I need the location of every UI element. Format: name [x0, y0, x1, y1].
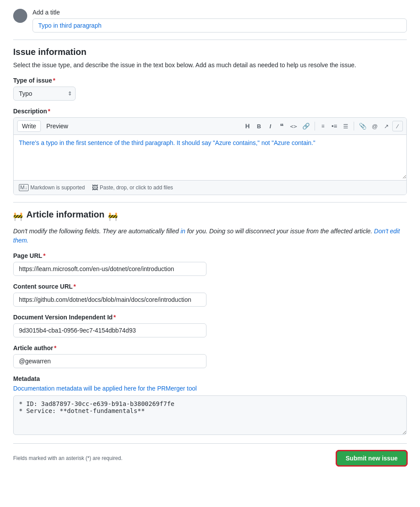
title-input[interactable]: [33, 18, 407, 33]
toolbar-divider-1: [315, 122, 315, 130]
task-list-btn[interactable]: ☰: [340, 121, 351, 131]
description-editor: Write Preview H B I ❝ <> 🔗 ≡ •≡ ☰ 📎 @: [13, 117, 407, 195]
link-btn[interactable]: 🔗: [300, 121, 312, 131]
cross-ref-btn[interactable]: ↗: [381, 121, 391, 131]
unordered-list-btn[interactable]: •≡: [329, 121, 340, 131]
ordered-list-btn[interactable]: ≡: [318, 121, 328, 131]
file-drop-note[interactable]: 🖼 Paste, drop, or click to add files: [92, 184, 173, 191]
italic-btn[interactable]: I: [265, 121, 275, 131]
article-section-heading: Article information: [26, 210, 105, 220]
slash-cmd-btn[interactable]: ∕: [392, 121, 403, 131]
section-divider-2: [13, 202, 407, 203]
metadata-help-text: Documentation metadata will be applied h…: [13, 385, 407, 392]
editor-toolbar: Write Preview H B I ❝ <> 🔗 ≡ •≡ ☰ 📎 @: [14, 118, 406, 135]
article-heading-row: 🚧 Article information 🚧: [13, 210, 407, 223]
type-of-issue-field: Type of issue* Typo Inaccuracy Unclear M…: [13, 77, 407, 108]
user-avatar: [13, 9, 27, 23]
description-field: Description* Write Preview H B I ❝ <> 🔗 …: [13, 108, 407, 195]
heading-btn[interactable]: H: [242, 121, 253, 131]
article-warning-text: Don't modify the following fields. They …: [13, 227, 407, 245]
page-url-label: Page URL*: [13, 252, 407, 259]
code-btn[interactable]: <>: [288, 121, 299, 131]
type-select-wrapper: Typo Inaccuracy Unclear Missing content …: [13, 87, 76, 101]
description-label: Description*: [13, 108, 407, 115]
form-footer: Fields marked with an asterisk (*) are r…: [13, 443, 407, 466]
attach-btn[interactable]: 📎: [357, 121, 369, 131]
section-divider-1: [13, 40, 407, 40]
markdown-support-note: M↓ Markdown is supported: [19, 184, 85, 191]
article-author-label: Article author*: [13, 344, 407, 351]
quote-btn[interactable]: ❝: [276, 121, 287, 131]
article-author-input[interactable]: [13, 354, 206, 368]
write-tab[interactable]: Write: [17, 120, 41, 132]
image-icon: 🖼: [92, 184, 98, 191]
stripe-left-icon: 🚧: [13, 212, 23, 221]
content-source-field: Content source URL*: [13, 283, 407, 314]
title-label: Add a title: [33, 9, 407, 16]
editor-footer: M↓ Markdown is supported 🖼 Paste, drop, …: [14, 180, 406, 195]
doc-version-input[interactable]: [13, 323, 206, 337]
metadata-textarea[interactable]: * ID: 3ad87897-30cc-e639-b91a-b3800269f7…: [13, 395, 407, 435]
type-select[interactable]: Typo Inaccuracy Unclear Missing content …: [13, 87, 76, 101]
metadata-label: Metadata: [13, 375, 407, 382]
mention-btn[interactable]: @: [369, 121, 380, 131]
required-note: Fields marked with an asterisk (*) are r…: [13, 455, 123, 461]
article-information-section: 🚧 Article information 🚧 Don't modify the…: [13, 210, 407, 436]
article-author-field: Article author*: [13, 344, 407, 375]
toolbar-divider-2: [354, 122, 354, 130]
issue-section-heading: Issue information: [13, 47, 407, 57]
doc-version-field: Document Version Independent Id*: [13, 314, 407, 344]
content-source-input[interactable]: [13, 293, 206, 307]
metadata-field: Metadata Documentation metadata will be …: [13, 375, 407, 436]
stripe-right-icon: 🚧: [108, 212, 118, 221]
doc-version-label: Document Version Independent Id*: [13, 314, 407, 321]
issue-section-description: Select the issue type, and describe the …: [13, 61, 407, 70]
submit-new-issue-button[interactable]: Submit new issue: [337, 451, 407, 466]
preview-tab[interactable]: Preview: [42, 121, 72, 131]
type-label: Type of issue*: [13, 77, 407, 84]
content-source-label: Content source URL*: [13, 283, 407, 290]
description-textarea[interactable]: There's a typo in the first sentence of …: [14, 135, 406, 179]
bold-btn[interactable]: B: [253, 121, 264, 131]
page-url-input[interactable]: [13, 262, 206, 276]
page-url-field: Page URL*: [13, 252, 407, 283]
issue-information-section: Issue information Select the issue type,…: [13, 47, 407, 195]
markdown-icon: M↓: [19, 184, 29, 191]
